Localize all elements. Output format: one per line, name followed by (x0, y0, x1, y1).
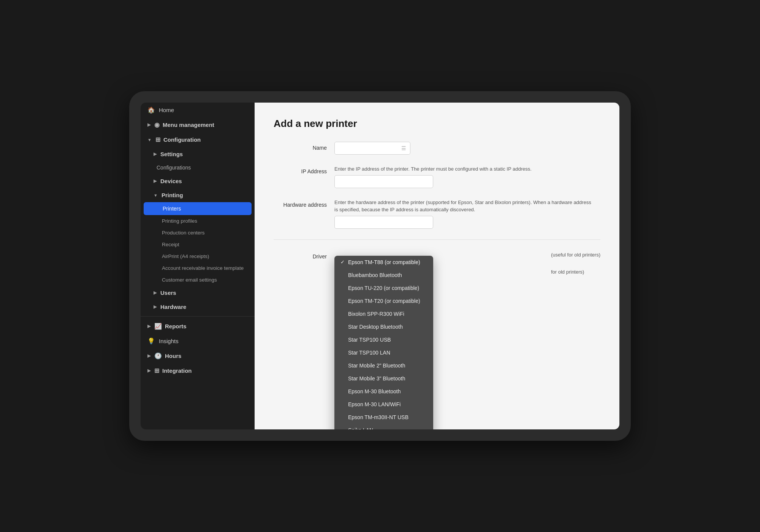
sidebar-customer-email-label: Customer email settings (162, 277, 217, 283)
check-icon: ✓ (340, 259, 346, 265)
sidebar-hardware-label: Hardware (160, 304, 186, 310)
main-content: Add a new printer Name ☰ IP Address Ente… (255, 103, 619, 429)
sidebar-item-production-centers[interactable]: Production centers (141, 227, 255, 239)
dropdown-item-0[interactable]: ✓ Epson TM-T88 (or compatible) (334, 256, 433, 269)
sidebar-item-reports[interactable]: ▶ 📈 Reports (141, 319, 255, 334)
dropdown-item-11[interactable]: Epson M-30 LAN/WiFi (334, 398, 433, 411)
app-container: 🏠 Home ▶ ◉ Menu management ▼ ⊞ Configura… (141, 103, 619, 429)
sidebar-configurations-label: Configurations (157, 165, 191, 171)
dropdown-option-8: Star Mobile 2" Bluetooth (348, 363, 405, 369)
ip-address-input[interactable] (334, 175, 433, 188)
driver-hint-area: (useful for old printers) for old printe… (551, 250, 600, 275)
dropdown-item-10[interactable]: Epson M-30 Bluetooth (334, 385, 433, 398)
hardware-address-label: Hardware address (274, 199, 334, 208)
list-icon: ☰ (401, 145, 406, 151)
chevron-right-icon-settings: ▶ (154, 152, 157, 157)
dropdown-option-9: Star Mobile 3" Bluetooth (348, 375, 405, 382)
driver-dropdown-menu[interactable]: ✓ Epson TM-T88 (or compatible) Bluebambo… (334, 256, 433, 430)
dropdown-option-6: Star TSP100 USB (348, 337, 391, 343)
sidebar-printers-label: Printers (163, 206, 181, 212)
sidebar-item-hours[interactable]: ▶ 🕐 Hours (141, 348, 255, 363)
sidebar: 🏠 Home ▶ ◉ Menu management ▼ ⊞ Configura… (141, 103, 255, 429)
dropdown-item-9[interactable]: Star Mobile 3" Bluetooth (334, 372, 433, 385)
form-row-driver: Driver ✓ Epson TM-T88 (or compatible) Bl… (274, 250, 600, 275)
dropdown-item-5[interactable]: Star Desktop Bluetooth (334, 320, 433, 333)
insights-icon: 💡 (147, 337, 155, 345)
sidebar-item-customer-email[interactable]: Customer email settings (141, 274, 255, 286)
sidebar-reports-label: Reports (165, 323, 187, 329)
sidebar-item-settings[interactable]: ▶ Settings (141, 147, 255, 161)
form-row-ip: IP Address Enter the IP address of the p… (274, 165, 600, 188)
sidebar-item-printers[interactable]: Printers (144, 202, 252, 215)
form-row-hardware-address: Hardware address Enter the hardware addr… (274, 199, 600, 229)
ip-address-hint: Enter the IP address of the printer. The… (334, 165, 593, 173)
dropdown-option-12: Epson TM-m30II-NT USB (348, 414, 408, 420)
sidebar-divider-1 (141, 316, 255, 317)
sidebar-users-label: Users (160, 290, 176, 296)
sidebar-item-printing-profiles[interactable]: Printing profiles (141, 215, 255, 227)
dropdown-option-10: Epson M-30 Bluetooth (348, 388, 401, 394)
dropdown-option-1: Bluebamboo Bluetooth (348, 272, 402, 278)
dropdown-item-3[interactable]: Epson TM-T20 (or compatible) (334, 294, 433, 307)
name-input[interactable]: ☰ (334, 142, 410, 155)
ip-address-label: IP Address (274, 165, 334, 174)
sidebar-item-airprint[interactable]: AirPrint (A4 receipts) (141, 250, 255, 262)
dropdown-item-1[interactable]: Bluebamboo Bluetooth (334, 269, 433, 282)
sidebar-insights-label: Insights (159, 338, 179, 344)
driver-label: Driver (274, 250, 334, 260)
chevron-right-icon-hardware: ▶ (154, 304, 157, 309)
dropdown-option-0: Epson TM-T88 (or compatible) (348, 259, 420, 265)
integration-icon: ⊞ (154, 367, 159, 374)
sidebar-devices-label: Devices (160, 178, 182, 184)
device-frame: 🏠 Home ▶ ◉ Menu management ▼ ⊞ Configura… (129, 91, 631, 441)
sidebar-item-users[interactable]: ▶ Users (141, 286, 255, 300)
sidebar-item-receipt[interactable]: Receipt (141, 239, 255, 250)
dropdown-item-13[interactable]: Seiko LAN (334, 424, 433, 430)
sidebar-printing-label: Printing (162, 192, 183, 198)
chevron-right-icon-integration: ▶ (147, 368, 150, 373)
home-icon: 🏠 (147, 106, 155, 114)
chevron-right-icon-devices: ▶ (154, 179, 157, 184)
dropdown-option-11: Epson M-30 LAN/WiFi (348, 401, 401, 407)
chevron-right-icon-users: ▶ (154, 290, 157, 295)
dropdown-item-4[interactable]: Bixolon SPP-R300 WiFi (334, 307, 433, 320)
form-divider (274, 239, 600, 240)
sidebar-item-devices[interactable]: ▶ Devices (141, 174, 255, 188)
sidebar-item-insights[interactable]: 💡 Insights (141, 334, 255, 348)
driver-field: ✓ Epson TM-T88 (or compatible) Bluebambo… (334, 250, 545, 257)
dropdown-item-2[interactable]: Epson TU-220 (or compatible) (334, 282, 433, 294)
dropdown-item-7[interactable]: Star TSP100 LAN (334, 346, 433, 359)
driver-hint-1: (useful for old printers) (551, 252, 600, 258)
sidebar-item-home[interactable]: 🏠 Home (141, 103, 255, 117)
name-label: Name (274, 142, 334, 151)
sidebar-settings-label: Settings (160, 151, 183, 157)
hardware-address-hint: Enter the hardware address of the printe… (334, 199, 593, 214)
sidebar-item-menu-management[interactable]: ▶ ◉ Menu management (141, 117, 255, 132)
reports-icon: 📈 (154, 323, 162, 330)
sidebar-hours-label: Hours (165, 353, 181, 359)
dropdown-item-6[interactable]: Star TSP100 USB (334, 333, 433, 346)
chevron-right-icon-reports: ▶ (147, 324, 150, 329)
sidebar-item-hardware[interactable]: ▶ Hardware (141, 300, 255, 314)
configuration-icon: ⊞ (155, 136, 160, 143)
hours-icon: 🕐 (154, 352, 162, 359)
sidebar-home-label: Home (159, 107, 174, 113)
hardware-address-input[interactable] (334, 216, 433, 229)
page-title: Add a new printer (274, 118, 600, 130)
sidebar-integration-label: Integration (162, 367, 192, 374)
sidebar-account-receivable-label: Account receivable invoice template (162, 265, 244, 271)
menu-icon: ◉ (154, 121, 160, 128)
sidebar-menu-management-label: Menu management (163, 122, 214, 128)
dropdown-option-7: Star TSP100 LAN (348, 350, 390, 356)
sidebar-item-integration[interactable]: ▶ ⊞ Integration (141, 363, 255, 378)
dropdown-item-12[interactable]: Epson TM-m30II-NT USB (334, 411, 433, 424)
dropdown-option-2: Epson TU-220 (or compatible) (348, 285, 419, 291)
sidebar-receipt-label: Receipt (162, 242, 179, 247)
sidebar-item-configuration[interactable]: ▼ ⊞ Configuration (141, 132, 255, 147)
sidebar-item-configurations[interactable]: Configurations (141, 161, 255, 174)
sidebar-item-printing[interactable]: ▼ Printing (141, 188, 255, 202)
sidebar-configuration-label: Configuration (163, 136, 201, 143)
dropdown-item-8[interactable]: Star Mobile 2" Bluetooth (334, 359, 433, 372)
chevron-right-icon-hours: ▶ (147, 353, 150, 358)
sidebar-item-account-receivable[interactable]: Account receivable invoice template (141, 262, 255, 274)
